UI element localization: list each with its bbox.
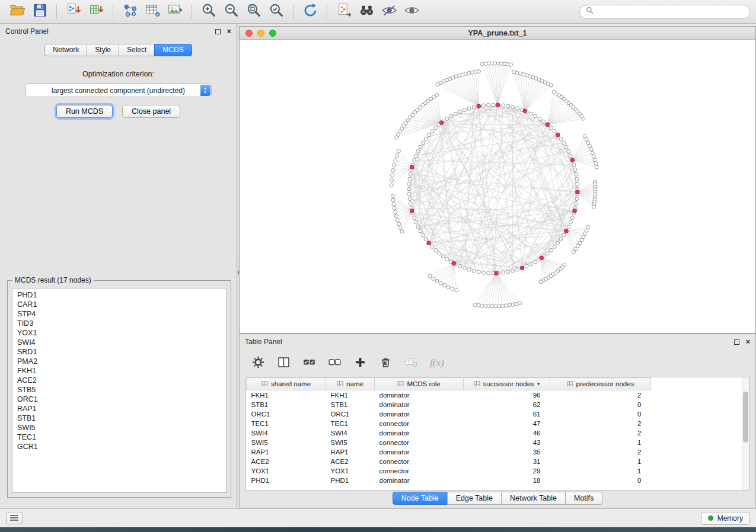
table-row[interactable]: PHD1PHD1dominator180 (247, 476, 743, 485)
column-header-successor-nodes[interactable]: successor nodes▾ (464, 378, 550, 390)
tab-edge-table[interactable]: Edge Table (447, 492, 502, 505)
tab-network[interactable]: Network (44, 44, 87, 56)
clone-network-icon (336, 2, 352, 21)
minimize-window-button[interactable] (257, 30, 264, 37)
column-header-name[interactable]: name (326, 378, 375, 390)
mcds-result-item[interactable]: TID3 (12, 319, 226, 328)
table-row[interactable]: ORC1ORC1dominator610 (247, 409, 743, 419)
optimization-criterion-label: Optimization criterion: (0, 70, 237, 78)
close-window-button[interactable] (245, 30, 253, 37)
tab-motifs[interactable]: Motifs (565, 492, 602, 505)
table-cell: 2 (550, 419, 651, 428)
mcds-result-item[interactable]: GCR1 (12, 442, 226, 451)
refresh-button[interactable] (299, 2, 321, 21)
delete-selected-button[interactable] (379, 355, 393, 371)
table-cell: 1 (550, 457, 651, 466)
column-header-shared-name[interactable]: shared name (247, 378, 326, 390)
zoom-out-button[interactable] (220, 2, 243, 21)
mcds-result-item[interactable]: PHD1 (12, 290, 226, 300)
float-panel-icon[interactable] (215, 29, 221, 34)
mcds-result-item[interactable]: ORC1 (12, 395, 226, 404)
mcds-result-item[interactable]: STP4 (12, 309, 226, 319)
table-scrollbar-thumb[interactable] (743, 392, 748, 443)
criterion-dropdown[interactable]: largest connected component (undirected)… (25, 84, 212, 97)
mcds-result-item[interactable]: STB1 (12, 414, 226, 423)
mcds-result-group: MCDS result (17 nodes) PHD1CAR1STP4TID3Y… (7, 276, 231, 498)
close-panel-icon[interactable]: × (227, 28, 231, 35)
table-row[interactable]: FKH1FKH1dominator962 (247, 390, 743, 400)
table-mode-gear-button[interactable] (251, 355, 265, 371)
mcds-result-item[interactable]: SRD1 (12, 347, 226, 357)
mcds-result-item[interactable]: YOX1 (12, 328, 226, 338)
clone-network-button[interactable] (333, 2, 355, 21)
table-cell: 2 (550, 428, 651, 438)
memory-status-icon (708, 515, 713, 521)
table-cell: dominator (375, 400, 464, 409)
create-column-icon (353, 355, 367, 371)
mcds-result-item[interactable]: STB5 (12, 385, 226, 395)
table-scrollbar[interactable] (742, 377, 749, 490)
toolbar-separator (293, 4, 294, 20)
tab-network-table[interactable]: Network Table (501, 492, 566, 505)
deselect-all-button[interactable] (328, 355, 342, 371)
table-cell: 0 (550, 400, 651, 409)
table-row[interactable]: SWI4SWI4dominator462 (247, 428, 743, 438)
table-row[interactable]: ACE2ACE2connector311 (247, 457, 743, 466)
table-row[interactable]: RAP1RAP1dominator352 (247, 447, 743, 457)
column-header-predecessor-nodes[interactable]: predecessor nodes (550, 378, 651, 390)
main-toolbar (0, 0, 756, 24)
table-row[interactable]: YOX1YOX1connector291 (247, 466, 743, 476)
table-row[interactable]: SWI5SWI5connector431 (247, 438, 743, 447)
show-hide-button[interactable] (400, 2, 423, 21)
table-cell: SWI4 (326, 428, 375, 438)
tab-style[interactable]: Style (87, 44, 119, 56)
panel-menu-button[interactable] (6, 512, 23, 524)
zoom-in-button[interactable] (197, 2, 220, 21)
tab-node-table[interactable]: Node Table (393, 492, 448, 505)
column-options-icon (474, 380, 480, 388)
close-panel-button[interactable]: Close panel (122, 105, 180, 118)
network-table-button[interactable] (141, 2, 164, 21)
search-input[interactable] (597, 7, 744, 17)
maximize-window-button[interactable] (269, 30, 276, 37)
search-binoculars-button[interactable] (355, 2, 378, 21)
first-neighbors-button[interactable] (378, 2, 400, 21)
toolbar-separator (113, 4, 113, 20)
open-folder-button[interactable] (6, 2, 28, 21)
column-header-MCDS-role[interactable]: MCDS role (375, 378, 464, 390)
mcds-result-item[interactable]: FKH1 (12, 366, 226, 376)
mcds-result-item[interactable]: ACE2 (12, 376, 226, 385)
mcds-result-item[interactable]: SWI5 (12, 423, 226, 432)
search-box[interactable] (579, 5, 750, 19)
mcds-result-item[interactable]: TEC1 (12, 432, 226, 442)
select-all-button[interactable] (302, 355, 316, 371)
show-hide-columns-button[interactable] (277, 355, 291, 371)
new-network-button[interactable] (119, 2, 141, 21)
zoom-selected-button[interactable] (265, 2, 288, 21)
table-cell: dominator (375, 428, 464, 438)
table-cell: SWI5 (247, 438, 326, 447)
float-table-panel-icon[interactable] (734, 339, 739, 345)
tab-select[interactable]: Select (119, 44, 155, 56)
run-mcds-button[interactable]: Run MCDS (56, 105, 113, 118)
export-image-button[interactable] (164, 2, 186, 21)
import-table-file-button[interactable] (85, 2, 107, 21)
toolbar-separator (192, 4, 192, 20)
zoom-fit-button[interactable] (243, 2, 265, 21)
close-table-panel-icon[interactable]: × (745, 338, 750, 345)
table-row[interactable]: TEC1TEC1connector472 (247, 419, 743, 428)
table-row[interactable]: STB1STB1dominator620 (247, 400, 743, 409)
column-options-icon (337, 380, 343, 388)
mcds-result-item[interactable]: SWI4 (12, 338, 226, 347)
table-cell: ACE2 (326, 457, 375, 466)
memory-button[interactable]: Memory (701, 512, 750, 525)
create-column-button[interactable] (353, 355, 367, 371)
tab-mcds[interactable]: MCDS (154, 44, 192, 56)
mcds-result-item[interactable]: CAR1 (12, 300, 226, 309)
import-network-file-button[interactable] (62, 2, 85, 21)
mcds-result-item[interactable]: RAP1 (12, 404, 226, 414)
mcds-result-item[interactable]: PMA2 (12, 357, 226, 366)
network-canvas[interactable] (240, 40, 755, 333)
network-window[interactable]: YPA_prune.txt_1 (239, 26, 756, 334)
save-button[interactable] (28, 2, 51, 21)
